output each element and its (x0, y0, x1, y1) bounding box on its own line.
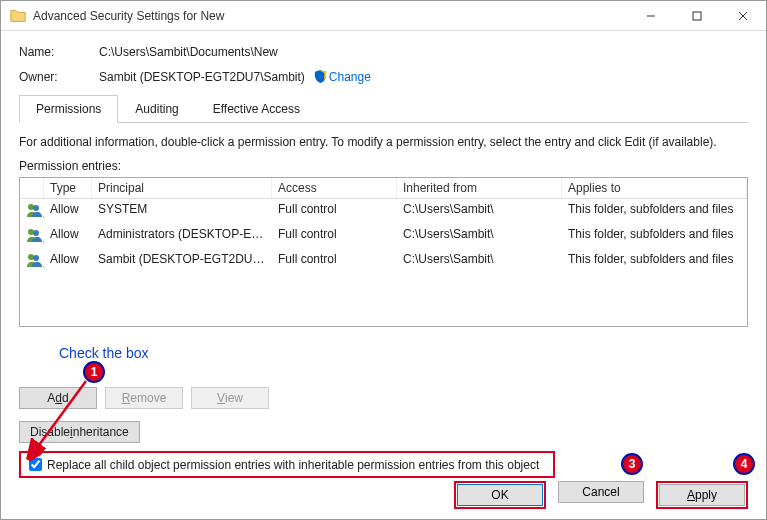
svg-point-7 (33, 230, 39, 236)
titlebar: Advanced Security Settings for New (1, 1, 766, 31)
col-principal[interactable]: Principal (92, 178, 272, 198)
folder-icon (9, 7, 27, 25)
window-title: Advanced Security Settings for New (33, 9, 628, 23)
svg-point-8 (28, 254, 34, 260)
tab-effective-access[interactable]: Effective Access (196, 95, 317, 123)
col-inherited[interactable]: Inherited from (397, 178, 562, 198)
col-access[interactable]: Access (272, 178, 397, 198)
annotation-hint: Check the box (59, 345, 149, 361)
replace-children-label: Replace all child object permission entr… (47, 458, 539, 472)
info-text: For additional information, double-click… (19, 135, 748, 149)
close-button[interactable] (720, 1, 766, 31)
svg-point-9 (33, 255, 39, 261)
table-row[interactable]: AllowAdministrators (DESKTOP-EG...Full c… (20, 224, 747, 249)
svg-rect-1 (693, 12, 701, 20)
principal-icon (20, 224, 44, 249)
name-value: C:\Users\Sambit\Documents\New (99, 45, 278, 59)
apply-button[interactable]: Apply (659, 484, 745, 506)
svg-point-6 (28, 229, 34, 235)
shield-icon (313, 69, 328, 84)
svg-point-5 (33, 205, 39, 211)
minimize-button[interactable] (628, 1, 674, 31)
col-type[interactable]: Type (44, 178, 92, 198)
change-owner-link[interactable]: Change (313, 69, 371, 84)
remove-button: Remove (105, 387, 183, 409)
annotation-badge-1: 1 (83, 361, 105, 383)
permission-table: Type Principal Access Inherited from App… (19, 177, 748, 327)
ok-button[interactable]: OK (457, 484, 543, 506)
view-button: View (191, 387, 269, 409)
col-applies[interactable]: Applies to (562, 178, 747, 198)
owner-label: Owner: (19, 70, 99, 84)
owner-value: Sambit (DESKTOP-EGT2DU7\Sambit) (99, 70, 305, 84)
principal-icon (20, 249, 44, 274)
svg-point-4 (28, 204, 34, 210)
table-row[interactable]: AllowSambit (DESKTOP-EGT2DU7\S...Full co… (20, 249, 747, 274)
tab-strip: Permissions Auditing Effective Access (19, 94, 748, 123)
name-label: Name: (19, 45, 99, 59)
table-row[interactable]: AllowSYSTEMFull controlC:\Users\Sambit\T… (20, 199, 747, 224)
cancel-button[interactable]: Cancel (558, 481, 644, 503)
principal-icon (20, 199, 44, 224)
entries-label: Permission entries: (19, 159, 748, 173)
replace-children-row[interactable]: Replace all child object permission entr… (19, 451, 555, 478)
disable-inheritance-button[interactable]: Disable inheritance (19, 421, 140, 443)
add-button[interactable]: AAdddd (19, 387, 97, 409)
maximize-button[interactable] (674, 1, 720, 31)
annotation-badge-4: 4 (733, 453, 755, 475)
annotation-badge-3: 3 (621, 453, 643, 475)
tab-permissions[interactable]: Permissions (19, 95, 118, 123)
tab-auditing[interactable]: Auditing (118, 95, 195, 123)
replace-children-checkbox[interactable] (29, 458, 42, 471)
